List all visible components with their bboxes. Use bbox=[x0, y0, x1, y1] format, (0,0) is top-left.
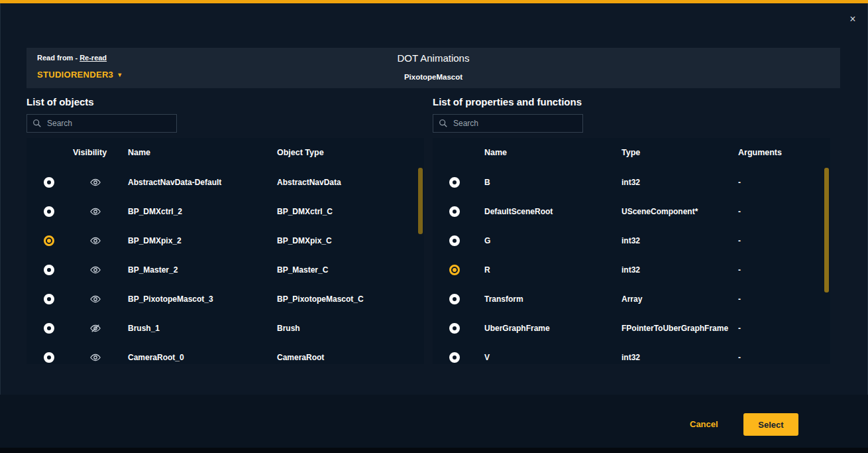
column-header-type: Type bbox=[622, 148, 640, 157]
table-row: BP_PixotopeMascot_3BP_PixotopeMascot_C bbox=[27, 285, 424, 314]
table-row: Gint32- bbox=[433, 226, 830, 255]
property-select-radio[interactable] bbox=[449, 177, 460, 188]
table-row: Brush_1Brush bbox=[27, 314, 424, 343]
table-row: BP_DMXctrl_2BP_DMXctrl_C bbox=[27, 197, 424, 226]
select-button[interactable]: Select bbox=[743, 413, 798, 436]
property-arguments: - bbox=[738, 236, 741, 245]
object-select-radio[interactable] bbox=[44, 265, 54, 275]
property-name: UberGraphFrame bbox=[484, 324, 550, 333]
properties-table-header: Name Type Arguments bbox=[433, 138, 830, 167]
property-arguments: - bbox=[738, 178, 741, 187]
dialog-header: Read from -Re-read STUDIORENDER3▼ DOT An… bbox=[27, 48, 840, 88]
object-name: BP_DMXctrl_2 bbox=[128, 207, 182, 216]
object-select-radio[interactable] bbox=[44, 352, 54, 363]
property-select-radio[interactable] bbox=[449, 235, 460, 246]
property-type: USceneComponent* bbox=[622, 207, 698, 216]
table-row: Rint32- bbox=[433, 255, 830, 285]
close-icon[interactable]: × bbox=[845, 12, 860, 27]
property-select-radio[interactable] bbox=[449, 323, 460, 334]
visibility-eye-icon[interactable] bbox=[89, 207, 101, 216]
properties-search-box bbox=[433, 114, 583, 133]
column-header-object-type: Object Type bbox=[277, 148, 324, 157]
property-arguments: - bbox=[738, 265, 741, 275]
properties-scrollbar[interactable] bbox=[824, 168, 829, 292]
visibility-eye-icon[interactable] bbox=[89, 178, 101, 187]
object-select-radio[interactable] bbox=[44, 323, 54, 334]
objects-scrollbar[interactable] bbox=[418, 168, 423, 234]
property-name: DefaultSceneRoot bbox=[484, 207, 553, 216]
property-select-radio[interactable] bbox=[449, 294, 460, 304]
column-header-name: Name bbox=[128, 148, 150, 157]
property-name: V bbox=[484, 353, 490, 362]
object-type: BP_Master_C bbox=[277, 265, 328, 275]
objects-table-header: Visibility Name Object Type bbox=[27, 138, 424, 167]
object-select-radio[interactable] bbox=[44, 235, 54, 246]
property-type: int32 bbox=[622, 265, 640, 275]
object-name: BP_PixotopeMascot_3 bbox=[128, 294, 213, 304]
objects-search-box bbox=[27, 114, 177, 133]
object-select-radio[interactable] bbox=[44, 206, 54, 217]
bottom-border bbox=[0, 448, 868, 453]
property-name: G bbox=[484, 236, 490, 245]
column-header-name: Name bbox=[484, 148, 507, 157]
dialog-subtitle: PixotopeMascot bbox=[27, 73, 840, 81]
dialog-footer bbox=[0, 395, 868, 448]
visibility-eye-icon[interactable] bbox=[89, 265, 101, 275]
object-type: BP_PixotopeMascot_C bbox=[277, 294, 364, 304]
property-select-radio[interactable] bbox=[449, 206, 460, 217]
table-row: CameraRoot_0CameraRoot bbox=[27, 343, 424, 364]
object-type: Brush bbox=[277, 324, 300, 333]
visibility-eye-icon[interactable] bbox=[89, 353, 101, 362]
properties-panel-title: List of properties and functions bbox=[433, 96, 582, 107]
object-type: BP_DMXpix_C bbox=[277, 236, 332, 245]
property-type: int32 bbox=[622, 236, 640, 245]
table-row: TransformArray- bbox=[433, 285, 830, 314]
property-type: int32 bbox=[622, 353, 640, 362]
property-type: FPointerToUberGraphFrame bbox=[622, 324, 728, 333]
object-name: AbstractNavData-Default bbox=[128, 178, 221, 187]
visibility-eye-icon[interactable] bbox=[89, 294, 101, 304]
property-arguments: - bbox=[738, 294, 741, 304]
object-type: CameraRoot bbox=[277, 353, 324, 362]
object-type: BP_DMXctrl_C bbox=[277, 207, 333, 216]
objects-panel-title: List of objects bbox=[27, 96, 94, 107]
objects-search-input[interactable] bbox=[47, 119, 171, 128]
property-arguments: - bbox=[738, 324, 741, 333]
property-arguments: - bbox=[738, 207, 741, 216]
table-row: BP_Master_2BP_Master_C bbox=[27, 255, 424, 285]
property-name: Transform bbox=[484, 294, 523, 304]
object-name: BP_DMXpix_2 bbox=[128, 236, 182, 245]
table-row: UberGraphFrameFPointerToUberGraphFrame- bbox=[433, 314, 830, 343]
table-row: Vint32- bbox=[433, 343, 830, 364]
property-arguments: - bbox=[738, 353, 741, 362]
search-icon bbox=[32, 119, 42, 128]
property-type: int32 bbox=[622, 178, 640, 187]
object-select-radio[interactable] bbox=[44, 294, 54, 304]
visibility-eye-icon[interactable] bbox=[89, 236, 101, 245]
object-type: AbstractNavData bbox=[277, 178, 341, 187]
object-select-radio[interactable] bbox=[44, 177, 54, 188]
top-accent-bar bbox=[0, 0, 868, 3]
table-row: DefaultSceneRootUSceneComponent*- bbox=[433, 197, 830, 226]
properties-search-input[interactable] bbox=[453, 119, 577, 128]
property-select-radio[interactable] bbox=[449, 352, 460, 363]
cancel-button[interactable]: Cancel bbox=[690, 419, 718, 429]
search-icon bbox=[439, 119, 448, 128]
property-select-radio[interactable] bbox=[449, 265, 460, 275]
property-name: R bbox=[484, 265, 490, 275]
property-type: Array bbox=[622, 294, 642, 304]
object-name: BP_Master_2 bbox=[128, 265, 178, 275]
dialog-title: DOT Animations bbox=[27, 52, 840, 64]
table-row: BP_DMXpix_2BP_DMXpix_C bbox=[27, 226, 424, 255]
dot-animations-dialog: { "window": { "close_icon": "×" }, "head… bbox=[0, 0, 868, 453]
object-name: Brush_1 bbox=[128, 324, 160, 333]
column-header-arguments: Arguments bbox=[738, 148, 782, 157]
visibility-eye-off-icon[interactable] bbox=[89, 324, 101, 333]
object-name: CameraRoot_0 bbox=[128, 353, 184, 362]
table-row: Bint32- bbox=[433, 168, 830, 197]
table-row: AbstractNavData-DefaultAbstractNavData bbox=[27, 168, 424, 197]
objects-table: Visibility Name Object Type AbstractNavD… bbox=[27, 138, 424, 364]
property-name: B bbox=[484, 178, 490, 187]
column-header-visibility: Visibility bbox=[73, 148, 107, 157]
properties-table: Name Type Arguments Bint32-DefaultSceneR… bbox=[433, 138, 830, 364]
